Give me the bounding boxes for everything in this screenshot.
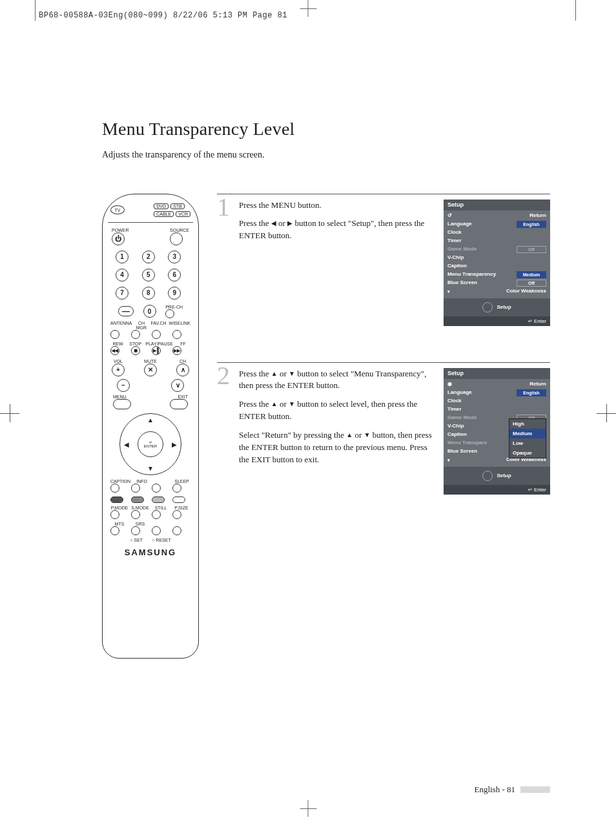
remote-label: INFO xyxy=(133,479,150,484)
step: 1Press the MENU button.Press the ◀ or ▶ … xyxy=(217,194,550,326)
crop-mark-icon xyxy=(308,800,309,817)
gear-icon xyxy=(482,471,493,481)
red-button-icon xyxy=(110,497,123,503)
remote-keypad: 123456789 xyxy=(109,248,192,302)
remote-label: STOP xyxy=(128,342,143,346)
prech-button xyxy=(165,309,174,318)
menu-label: MENU xyxy=(113,394,131,399)
remote-small-button xyxy=(131,510,140,519)
vol-label: VOL xyxy=(112,359,125,364)
keypad-6: 6 xyxy=(168,269,181,282)
remote-cable-button: CABLE xyxy=(154,211,174,217)
dash-button: — xyxy=(118,306,134,316)
osd-row: Timer xyxy=(447,237,546,245)
print-slug: BP68-00588A-03Eng(080~099) 8/22/06 5:13 … xyxy=(39,12,287,19)
ch-up-button: ∧ xyxy=(176,364,189,376)
osd-row: Menu TransparencyMedium xyxy=(447,271,546,279)
osd-row: Return xyxy=(447,212,546,220)
remote-label: CAPTION xyxy=(110,479,130,484)
keypad-3: 3 xyxy=(168,251,181,263)
keypad-2: 2 xyxy=(142,251,155,263)
up-arrow-icon: ▲ xyxy=(147,416,154,424)
page-intro: Adjusts the transparency of the menu scr… xyxy=(102,149,550,161)
remote-small-button xyxy=(110,526,119,535)
keypad-8: 8 xyxy=(142,287,155,300)
osd-popup-item: Opaque xyxy=(509,448,546,458)
remote-small-button xyxy=(131,484,140,493)
remote-vcr-button: VCR xyxy=(176,211,190,217)
remote-label: PLAY/PAUSE xyxy=(145,342,173,346)
osd-footer: ↵ Enter xyxy=(444,316,550,326)
step-number: 1 xyxy=(217,194,232,326)
keypad-1: 1 xyxy=(116,251,128,263)
source-button xyxy=(170,232,183,245)
osd-row: Clock xyxy=(447,397,546,405)
osd-row: Color Weakness xyxy=(447,287,546,296)
osd-row: Return xyxy=(447,380,546,389)
left-arrow-icon: ◀ xyxy=(124,440,129,447)
remote-label: STILL xyxy=(152,506,170,510)
crop-mark-icon xyxy=(35,0,36,21)
crop-mark-icon xyxy=(308,0,309,17)
exit-button xyxy=(170,399,188,409)
remote-stb-button: STB xyxy=(170,203,185,209)
power-icon: ⏻ xyxy=(112,232,125,245)
remote-small-button xyxy=(152,526,161,535)
ch-down-button: ∨ xyxy=(171,379,184,392)
osd-popup-item: Medium xyxy=(509,429,546,438)
remote-label: SRS xyxy=(131,522,149,526)
remote-tv-button: TV xyxy=(110,205,125,214)
remote-small-button: ◂◂ xyxy=(110,346,119,355)
down-arrow-icon: ▼ xyxy=(147,465,154,472)
remote-small-button xyxy=(131,526,140,535)
remote-label xyxy=(153,479,170,484)
remote-label: FF xyxy=(176,342,190,346)
osd-title: Setup xyxy=(444,368,550,379)
remote-label: WISELINK xyxy=(169,321,190,330)
remote-label: MTS xyxy=(110,522,128,526)
remote-small-button xyxy=(172,526,181,535)
blue-button-icon xyxy=(172,497,185,503)
remote-label: REW xyxy=(110,342,125,346)
page-footer: English - 81 xyxy=(474,784,550,795)
osd-popup: HighMediumLowOpaque xyxy=(509,418,546,458)
osd-band: Setup xyxy=(444,298,550,316)
content-columns: TV DVD STB CABLE VCR POWER ⏻ xyxy=(102,194,550,659)
mute-icon: ✕ xyxy=(144,364,157,376)
osd-row: LanguageEnglish xyxy=(447,220,546,229)
enter-button: ↵ ENTER xyxy=(138,431,163,457)
remote-small-button xyxy=(152,510,161,519)
prech-label: PRE-CH xyxy=(165,305,183,309)
osd-popup-item: Low xyxy=(509,438,546,448)
crop-mark-icon xyxy=(0,413,19,414)
keypad-4: 4 xyxy=(116,269,128,282)
ch-label: CH xyxy=(176,359,189,364)
osd-screenshot: SetupReturnLanguageEnglishClockTimerGame… xyxy=(444,368,550,495)
osd-row: LanguageEnglish xyxy=(447,389,546,397)
remote-label: SLEEP xyxy=(173,479,190,484)
green-button-icon xyxy=(131,497,144,503)
crop-mark-icon xyxy=(597,413,616,414)
mute-label: MUTE xyxy=(144,359,157,364)
exit-label: EXIT xyxy=(170,394,188,399)
remote-small-button xyxy=(172,484,181,493)
remote-control-diagram: TV DVD STB CABLE VCR POWER ⏻ xyxy=(102,194,199,659)
remote-small-button xyxy=(172,510,181,519)
source-label: SOURCE xyxy=(170,228,189,232)
remote-dvd-button: DVD xyxy=(154,203,169,209)
keypad-5: 5 xyxy=(142,269,155,282)
vol-down-button: − xyxy=(117,379,130,392)
crop-mark-icon xyxy=(575,0,576,21)
remote-label: FAV.CH xyxy=(150,321,166,330)
remote-label: ANTENNA xyxy=(110,321,132,330)
osd-footer: ↵ Enter xyxy=(444,485,550,495)
osd-row: Clock xyxy=(447,229,546,237)
remote-small-button xyxy=(172,330,181,339)
remote-label xyxy=(172,522,190,526)
remote-small-button: ■ xyxy=(131,346,140,355)
step-text: Press the ▲ or ▼ button to select "Menu … xyxy=(239,368,435,495)
page: Menu Transparency Level Adjusts the tran… xyxy=(37,23,576,801)
menu-button xyxy=(113,399,131,409)
power-label: POWER xyxy=(112,228,128,232)
right-arrow-icon: ▶ xyxy=(172,440,177,447)
